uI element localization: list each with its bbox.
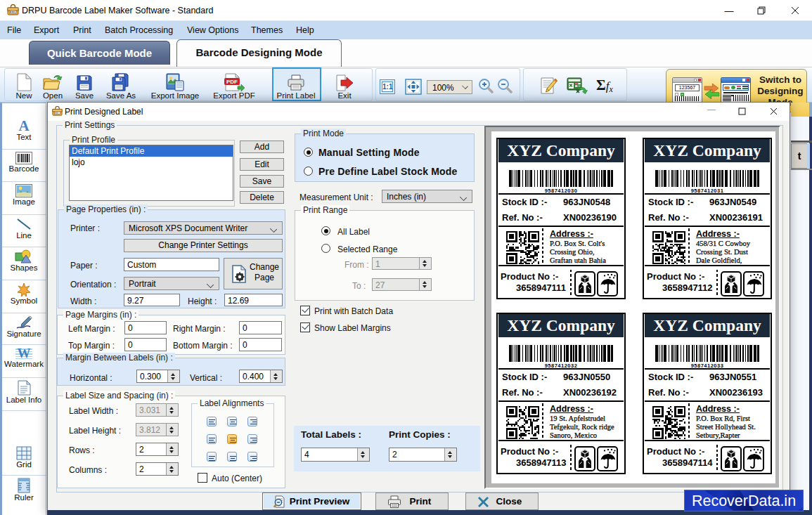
- svg-text:PDF: PDF: [226, 79, 238, 85]
